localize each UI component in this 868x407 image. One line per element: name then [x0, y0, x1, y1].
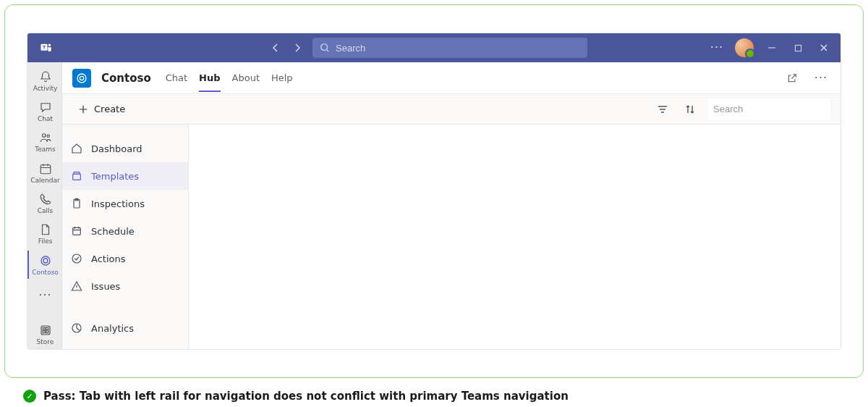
- sidenav-item-label: Dashboard: [91, 143, 142, 154]
- svg-rect-6: [41, 164, 51, 173]
- svg-rect-17: [73, 174, 81, 180]
- sidenav-item-schedule[interactable]: Schedule: [62, 217, 188, 245]
- svg-rect-18: [74, 172, 80, 175]
- rail-item-label: Calendar: [30, 177, 59, 184]
- rail-item-teams[interactable]: Teams: [27, 128, 62, 156]
- pass-check-icon: ✓: [23, 390, 36, 403]
- svg-point-4: [42, 134, 46, 138]
- tab-about[interactable]: About: [232, 64, 260, 92]
- svg-point-22: [72, 254, 81, 263]
- rail-item-label: Files: [38, 238, 53, 245]
- back-button[interactable]: [266, 38, 285, 57]
- alert-icon: [71, 280, 82, 292]
- svg-point-14: [77, 74, 86, 83]
- sidenav-item-label: Issues: [91, 281, 120, 292]
- sidenav-item-label: Inspections: [91, 198, 145, 209]
- tab-hub[interactable]: Hub: [199, 64, 220, 92]
- contoso-app-icon: [72, 69, 91, 88]
- toolbar: Create: [62, 94, 841, 125]
- close-button[interactable]: [816, 40, 832, 56]
- forward-button[interactable]: [288, 38, 307, 57]
- sidenav-item-templates[interactable]: Templates: [62, 162, 188, 190]
- maximize-button[interactable]: [790, 40, 806, 56]
- svg-rect-11: [46, 328, 48, 330]
- user-avatar[interactable]: [735, 38, 754, 57]
- global-search[interactable]: [312, 38, 587, 58]
- svg-rect-12: [43, 331, 45, 333]
- rail-item-label: Activity: [33, 85, 58, 92]
- tab-chat[interactable]: Chat: [166, 64, 187, 92]
- rail-item-store[interactable]: Store: [27, 321, 62, 349]
- validation-caption: ✓ Pass: Tab with left rail for navigatio…: [23, 390, 569, 403]
- svg-point-7: [41, 256, 50, 265]
- rail-item-activity[interactable]: Activity: [27, 67, 62, 95]
- teams-logo-icon: [36, 38, 56, 58]
- rail-overflow-button[interactable]: ···: [27, 281, 62, 309]
- app-rail: Activity Chat Teams Calendar: [27, 62, 62, 349]
- titlebar: ···: [27, 33, 841, 62]
- content-canvas: [189, 125, 841, 349]
- sidenav-item-issues[interactable]: Issues: [62, 272, 188, 300]
- rail-item-label: Store: [37, 338, 54, 345]
- app-overflow-button[interactable]: ···: [812, 69, 830, 88]
- calendar-icon: [71, 225, 82, 237]
- sub-navigation: Dashboard Templates Inspections: [62, 125, 189, 349]
- rail-item-contoso[interactable]: Contoso: [27, 251, 62, 279]
- rail-item-label: Teams: [35, 146, 55, 153]
- sidenav-item-label: Actions: [91, 253, 126, 264]
- content-search[interactable]: [707, 98, 830, 120]
- svg-point-8: [43, 259, 48, 263]
- validation-caption-text: Pass: Tab with left rail for navigation …: [43, 390, 569, 403]
- create-label: Create: [94, 104, 125, 114]
- sidenav-item-label: Templates: [91, 171, 139, 182]
- sidenav-item-inspections[interactable]: Inspections: [62, 190, 188, 217]
- sidenav-item-actions[interactable]: Actions: [62, 245, 188, 272]
- svg-point-5: [47, 135, 49, 137]
- overflow-menu-button[interactable]: ···: [709, 40, 725, 56]
- svg-point-1: [48, 44, 51, 46]
- rail-item-files[interactable]: Files: [27, 220, 62, 248]
- rail-item-calendar[interactable]: Calendar: [27, 159, 62, 187]
- check-circle-icon: [71, 253, 82, 264]
- app-tabs: Chat Hub About Help: [166, 64, 293, 92]
- sidenav-item-analytics[interactable]: Analytics: [62, 314, 188, 342]
- svg-point-2: [321, 44, 328, 51]
- app-name: Contoso: [101, 72, 151, 85]
- rail-item-label: Chat: [38, 115, 53, 122]
- rail-item-calls[interactable]: Calls: [27, 189, 62, 217]
- filter-button[interactable]: [652, 99, 673, 119]
- rail-item-label: Contoso: [32, 269, 59, 276]
- template-icon: [71, 170, 82, 182]
- svg-point-15: [80, 76, 83, 80]
- search-icon: [320, 43, 330, 53]
- home-icon: [71, 143, 82, 154]
- sidenav-item-label: Schedule: [91, 226, 135, 237]
- svg-rect-13: [46, 331, 48, 333]
- clipboard-icon: [71, 198, 82, 209]
- svg-rect-3: [795, 45, 801, 51]
- tab-help[interactable]: Help: [271, 64, 293, 92]
- popout-button[interactable]: [783, 69, 801, 88]
- minimize-button[interactable]: [764, 40, 780, 56]
- svg-rect-21: [73, 227, 81, 235]
- create-button[interactable]: Create: [72, 99, 131, 119]
- rail-item-label: Calls: [38, 207, 54, 214]
- global-search-input[interactable]: [336, 43, 580, 54]
- svg-rect-10: [43, 328, 45, 330]
- plus-icon: [78, 104, 88, 114]
- sort-button[interactable]: [680, 99, 700, 119]
- sidenav-item-dashboard[interactable]: Dashboard: [62, 135, 188, 162]
- app-header: Contoso Chat Hub About Help ···: [62, 62, 841, 94]
- sidenav-item-label: Analytics: [91, 323, 134, 334]
- rail-item-chat[interactable]: Chat: [27, 97, 62, 125]
- content-search-input[interactable]: [713, 104, 835, 114]
- analytics-icon: [71, 322, 82, 334]
